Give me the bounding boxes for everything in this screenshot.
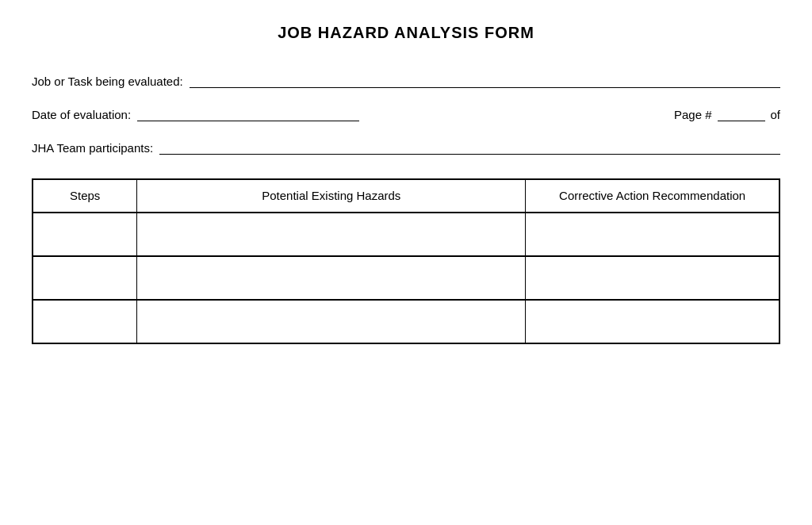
- job-row: Job or Task being evaluated:: [32, 74, 780, 88]
- page-number-input[interactable]: [718, 107, 765, 121]
- job-input[interactable]: [190, 74, 780, 88]
- cell-action-3[interactable]: [526, 300, 779, 343]
- cell-hazards-1[interactable]: [137, 213, 526, 256]
- cell-hazards-2[interactable]: [137, 256, 526, 300]
- page-container: JOB HAZARD ANALYSIS FORM Job or Task bei…: [32, 24, 780, 344]
- hazard-table: Steps Potential Existing Hazards Correct…: [32, 178, 780, 344]
- cell-steps-1[interactable]: [33, 213, 137, 256]
- page-label: Page #: [674, 108, 712, 121]
- cell-action-1[interactable]: [526, 213, 779, 256]
- col-header-steps: Steps: [33, 179, 137, 213]
- cell-hazards-3[interactable]: [137, 300, 526, 343]
- cell-action-2[interactable]: [526, 256, 779, 300]
- date-label: Date of evaluation:: [32, 108, 131, 121]
- date-row-left: Date of evaluation:: [32, 107, 642, 121]
- col-header-action: Corrective Action Recommendation: [526, 179, 779, 213]
- cell-steps-2[interactable]: [33, 256, 137, 300]
- col-header-hazards: Potential Existing Hazards: [137, 179, 526, 213]
- table-row: [33, 256, 779, 300]
- page-of-label: of: [770, 108, 780, 121]
- table-header-row: Steps Potential Existing Hazards Correct…: [33, 179, 779, 213]
- team-label: JHA Team participants:: [32, 141, 153, 155]
- cell-steps-3[interactable]: [33, 300, 137, 343]
- page-title: JOB HAZARD ANALYSIS FORM: [32, 24, 780, 42]
- table-section: Steps Potential Existing Hazards Correct…: [32, 178, 780, 344]
- table-row: [33, 213, 779, 256]
- table-row: [33, 300, 779, 343]
- team-row: JHA Team participants:: [32, 140, 780, 155]
- form-section: Job or Task being evaluated: Date of eva…: [32, 74, 780, 155]
- job-label: Job or Task being evaluated:: [32, 75, 183, 88]
- date-page-row: Date of evaluation: Page # of: [32, 107, 780, 121]
- date-input[interactable]: [137, 107, 359, 121]
- page-row-right: Page # of: [674, 107, 780, 121]
- team-input[interactable]: [159, 140, 780, 155]
